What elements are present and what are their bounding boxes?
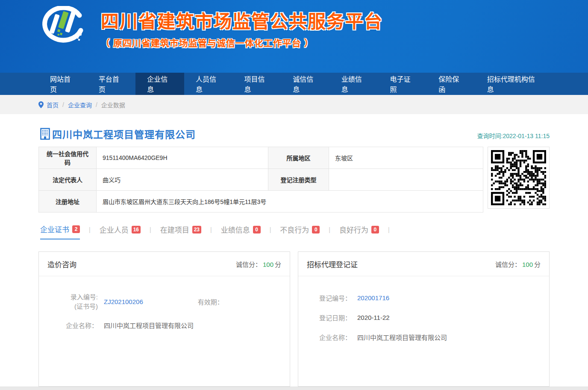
tab-separator: | [210, 226, 212, 237]
field-value: 曲义巧 [97, 169, 268, 191]
score-value: 100 [263, 261, 273, 268]
company-name-label: 企业名称： [55, 321, 98, 330]
detail-tabs: 企业证书 2 | 企业人员 16 | 在建项目 23 | 业绩信息 0 | 不良… [40, 224, 550, 239]
field-value: 91511400MA6420GE9H [97, 147, 268, 169]
tab-bad-behavior[interactable]: 不良行为 0 [280, 224, 320, 239]
platform-logo-icon [38, 6, 89, 50]
nav-item-bidding-agency[interactable]: 招标代理机构信息 [476, 73, 550, 95]
qr-code [488, 147, 550, 209]
tab-good-behavior[interactable]: 良好行为 0 [339, 224, 379, 239]
count-badge: 0 [371, 226, 379, 233]
tab-label: 良好行为 [339, 224, 368, 235]
main-nav: 网站首页 平台首页 企业信息 人员信息 项目信息 诚信信息 业绩信息 电子证照 … [0, 73, 588, 95]
tab-label: 企业人员 [100, 224, 129, 235]
table-row: 法定代表人 曲义巧 登记注册类型 [39, 169, 483, 191]
registration-date-label: 登记日期： [315, 313, 351, 322]
company-name: 四川中岚工程项目管理有限公司 [52, 127, 196, 141]
registration-number-link[interactable]: 202001716 [357, 294, 389, 301]
company-info-table: 统一社会信用代码 91511400MA6420GE9H 所属地区 东坡区 法定代… [38, 147, 483, 213]
credit-score: 诚信分：100分 [236, 260, 281, 269]
field-value: 眉山市东坡区眉州大道东三段天天向上186号5幢1单元11层3号 [97, 191, 483, 213]
field-label: 所属地区 [268, 147, 329, 169]
query-time: 查询时间:2022-01-13 11:15 [477, 131, 550, 141]
field-value: 东坡区 [329, 147, 483, 169]
site-header: 四川省建筑市场监管公共服务平台 （ 原四川省建筑市场监管与诚信一体化工作平台 ） [0, 0, 588, 73]
breadcrumb-home[interactable]: 首页 [47, 100, 59, 109]
table-row: 注册地址 眉山市东坡区眉州大道东三段天天向上186号5幢1单元11层3号 [39, 191, 483, 213]
tab-label: 不良行为 [280, 224, 309, 235]
table-row: 统一社会信用代码 91511400MA6420GE9H 所属地区 东坡区 [39, 147, 483, 169]
count-badge: 2 [72, 225, 80, 233]
tab-label: 业绩信息 [221, 224, 250, 235]
nav-item-project-info[interactable]: 项目信息 [233, 73, 282, 95]
nav-item-platform-home[interactable]: 平台首页 [87, 73, 136, 95]
score-unit: 分 [534, 261, 541, 268]
tab-enterprise-personnel[interactable]: 企业人员 16 [100, 224, 141, 239]
validity-label: 有效期： [181, 297, 223, 306]
entry-number-label: 录入编号: (证书号) [55, 292, 98, 311]
location-pin-icon [38, 101, 44, 108]
cost-consulting-card: 造价咨询 诚信分：100分 录入编号: (证书号) ZJ202100206 有效… [38, 251, 290, 387]
count-badge: 0 [253, 226, 261, 233]
score-unit: 分 [275, 261, 281, 268]
page-footer [0, 387, 588, 390]
field-label: 统一社会信用代码 [39, 147, 97, 169]
tab-separator: | [270, 226, 271, 237]
nav-item-enterprise-info[interactable]: 企业信息 [135, 73, 184, 95]
tab-separator: | [329, 226, 330, 237]
company-name-value: 四川中岚工程项目管理有限公司 [357, 333, 447, 342]
site-title: 四川省建筑市场监管公共服务平台 [101, 12, 383, 32]
registration-date-value: 2020-11-22 [357, 314, 390, 321]
field-label: 法定代表人 [39, 169, 97, 191]
field-label: 登记注册类型 [268, 169, 329, 191]
nav-item-e-license[interactable]: 电子证照 [378, 73, 427, 95]
tab-performance-info[interactable]: 业绩信息 0 [221, 224, 261, 239]
tab-separator: | [388, 226, 390, 237]
breadcrumb: 首页 / 企业查询 / 企业数据 [38, 95, 550, 114]
card-title: 招标代理登记证 [307, 259, 358, 269]
nav-item-performance-info[interactable]: 业绩信息 [330, 73, 379, 95]
field-label: 注册地址 [39, 191, 97, 213]
certificate-number-link[interactable]: ZJ202100206 [104, 298, 143, 305]
nav-item-site-home[interactable]: 网站首页 [38, 73, 87, 95]
breadcrumb-bar: 首页 / 企业查询 / 企业数据 [0, 95, 588, 114]
field-value [329, 169, 483, 191]
breadcrumb-separator: / [62, 101, 64, 108]
nav-item-personnel-info[interactable]: 人员信息 [184, 73, 233, 95]
registration-number-label: 登记编号： [315, 293, 351, 302]
company-name-label: 企业名称： [315, 333, 351, 342]
company-name-value: 四川中岚工程项目管理有限公司 [104, 321, 194, 330]
score-value: 100 [522, 261, 533, 268]
breadcrumb-current: 企业数据 [101, 100, 125, 109]
count-badge: 23 [192, 226, 201, 233]
count-badge: 0 [312, 226, 320, 233]
tab-projects-under-construction[interactable]: 在建项目 23 [160, 224, 201, 239]
bidding-agency-registration-card: 招标代理登记证 诚信分：100分 登记编号： 202001716 登记日期： 2… [298, 251, 550, 387]
card-title: 造价咨询 [47, 259, 76, 269]
tab-label: 企业证书 [40, 224, 69, 234]
site-subtitle: （ 原四川省建筑市场监管与诚信一体化工作平台 ） [101, 36, 383, 49]
nav-item-credit-info[interactable]: 诚信信息 [281, 73, 330, 95]
breadcrumb-separator: / [96, 101, 97, 108]
score-label: 诚信分： [236, 261, 262, 268]
tab-label: 在建项目 [160, 224, 189, 235]
nav-item-insurance[interactable]: 保险保函 [427, 73, 476, 95]
tab-separator: | [150, 226, 151, 237]
tab-separator: | [89, 226, 91, 237]
building-icon [40, 128, 51, 140]
breadcrumb-enterprise-search[interactable]: 企业查询 [68, 100, 92, 109]
content-area: 四川中岚工程项目管理有限公司 查询时间:2022-01-13 11:15 统一社… [38, 127, 550, 387]
count-badge: 16 [132, 226, 141, 233]
credit-score: 诚信分：100分 [495, 260, 541, 269]
tab-enterprise-certificates[interactable]: 企业证书 2 [40, 224, 80, 239]
score-label: 诚信分： [495, 261, 521, 268]
company-title: 四川中岚工程项目管理有限公司 [40, 127, 196, 141]
